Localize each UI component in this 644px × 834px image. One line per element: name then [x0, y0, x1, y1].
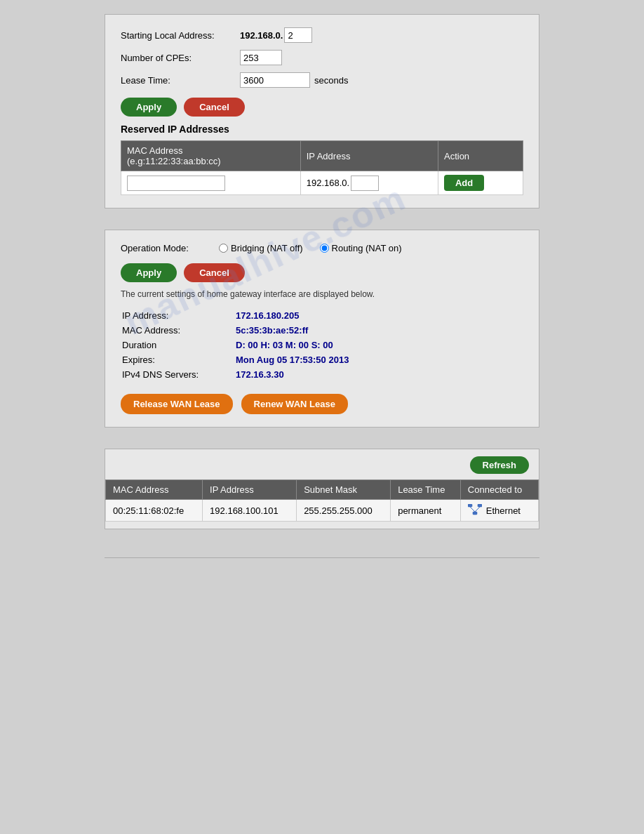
client-connected: Ethernet [460, 500, 538, 522]
col-ip: IP Address [203, 480, 297, 500]
reserved-ip-input-cell: 192.168.0. [300, 171, 438, 195]
routing-label: Routing (NAT on) [332, 243, 402, 253]
reserved-mac-input-cell [121, 171, 301, 195]
opmode-btn-row: Apply Cancel [121, 263, 523, 282]
info-row-ip: IP Address: 172.16.180.205 [122, 309, 522, 322]
dhcp-apply-button[interactable]: Apply [121, 98, 177, 117]
ip-suffix-input[interactable] [284, 27, 312, 43]
svg-rect-1 [468, 504, 472, 507]
reserved-action-cell: Add [438, 171, 523, 195]
client-mac: 00:25:11:68:02:fe [106, 500, 203, 522]
starting-local-label: Starting Local Address: [121, 30, 240, 41]
col-connected: Connected to [460, 480, 538, 500]
col-subnet: Subnet Mask [297, 480, 391, 500]
client-ip: 192.168.100.101 [203, 500, 297, 522]
reserved-add-row: 192.168.0. Add [121, 171, 523, 195]
seconds-label: seconds [314, 75, 348, 86]
opmode-label: Operation Mode: [121, 243, 212, 253]
client-subnet: 255.255.255.000 [297, 500, 391, 522]
info-row-mac: MAC Address: 5c:35:3b:ae:52:ff [122, 324, 522, 337]
lease-time-row: Lease Time: seconds [121, 72, 523, 88]
info-value-expires: Mon Aug 05 17:53:50 2013 [236, 353, 522, 366]
dhcp-cancel-button[interactable]: Cancel [184, 98, 245, 117]
opmode-panel: Operation Mode: Bridging (NAT off) Routi… [105, 230, 539, 428]
svg-line-4 [475, 507, 480, 512]
clients-table: MAC Address IP Address Subnet Mask Lease… [105, 479, 539, 522]
info-value-mac: 5c:35:3b:ae:52:ff [236, 324, 522, 337]
info-label-expires: Expires: [122, 353, 234, 366]
reserved-col-mac: MAC Address(e.g:11:22:33:aa:bb:cc) [121, 141, 301, 171]
reserved-ip-prefix: 192.168.0. [307, 178, 349, 188]
page-wrapper: Starting Local Address: 192.168.0. Numbe… [0, 0, 644, 834]
opmode-cancel-button[interactable]: Cancel [184, 263, 245, 282]
lease-time-label: Lease Time: [121, 75, 240, 86]
opmode-row: Operation Mode: Bridging (NAT off) Routi… [121, 243, 523, 253]
svg-rect-0 [473, 512, 477, 515]
num-cpes-input[interactable] [240, 50, 282, 65]
info-label-mac: MAC Address: [122, 324, 234, 337]
reserved-col-action: Action [438, 141, 523, 171]
bridging-option[interactable]: Bridging (NAT off) [219, 243, 303, 253]
opmode-info-text: The current settings of home gateway int… [121, 289, 523, 299]
network-icon [468, 504, 482, 517]
routing-option[interactable]: Routing (NAT on) [320, 243, 402, 253]
routing-radio[interactable] [320, 244, 329, 253]
bridging-label: Bridging (NAT off) [231, 243, 303, 253]
clients-header-row: MAC Address IP Address Subnet Mask Lease… [106, 480, 539, 500]
info-row-dns: IPv4 DNS Servers: 172.16.3.30 [122, 368, 522, 381]
info-value-ip: 172.16.180.205 [236, 309, 522, 322]
table-row: 00:25:11:68:02:fe 192.168.100.101 255.25… [106, 500, 539, 522]
reserved-section-title: Reserved IP Addresses [121, 124, 523, 135]
info-label-duration: Duration [122, 338, 234, 352]
bridging-radio[interactable] [219, 244, 228, 253]
connected-label: Ethernet [486, 505, 521, 516]
ip-prefix-display: 192.168.0. [240, 30, 283, 41]
wan-btn-row: Release WAN Lease Renew WAN Lease [121, 394, 523, 414]
info-value-duration: D: 00 H: 03 M: 00 S: 00 [236, 338, 522, 352]
clients-refresh-row: Refresh [105, 456, 539, 479]
reserved-ip-table: MAC Address(e.g:11:22:33:aa:bb:cc) IP Ad… [121, 140, 523, 195]
info-label-dns: IPv4 DNS Servers: [122, 368, 234, 381]
opmode-apply-button[interactable]: Apply [121, 263, 177, 282]
num-cpes-label: Number of CPEs: [121, 53, 240, 63]
wan-info-table: IP Address: 172.16.180.205 MAC Address: … [121, 307, 523, 383]
dhcp-btn-row: Apply Cancel [121, 98, 523, 117]
reserved-col-ip: IP Address [300, 141, 438, 171]
renew-wan-button[interactable]: Renew WAN Lease [241, 394, 348, 414]
info-value-dns: 172.16.3.30 [236, 368, 522, 381]
info-label-ip: IP Address: [122, 309, 234, 322]
svg-line-3 [470, 507, 475, 512]
release-wan-button[interactable]: Release WAN Lease [121, 394, 233, 414]
reserved-add-button[interactable]: Add [444, 175, 484, 191]
starting-local-address-row: Starting Local Address: 192.168.0. [121, 27, 523, 43]
reserved-ip-suffix-input[interactable] [351, 176, 379, 191]
refresh-button[interactable]: Refresh [470, 456, 529, 474]
col-mac: MAC Address [106, 480, 203, 500]
info-row-expires: Expires: Mon Aug 05 17:53:50 2013 [122, 353, 522, 366]
clients-panel: Refresh MAC Address IP Address Subnet Ma… [105, 449, 539, 529]
dhcp-panel: Starting Local Address: 192.168.0. Numbe… [105, 14, 539, 208]
info-row-duration: Duration D: 00 H: 03 M: 00 S: 00 [122, 338, 522, 352]
svg-rect-2 [478, 504, 482, 507]
lease-time-input[interactable] [240, 72, 310, 88]
footer-line [105, 557, 539, 558]
reserved-mac-input[interactable] [127, 176, 225, 191]
client-lease: permanent [391, 500, 461, 522]
col-lease: Lease Time [391, 480, 461, 500]
num-cpes-row: Number of CPEs: [121, 50, 523, 65]
